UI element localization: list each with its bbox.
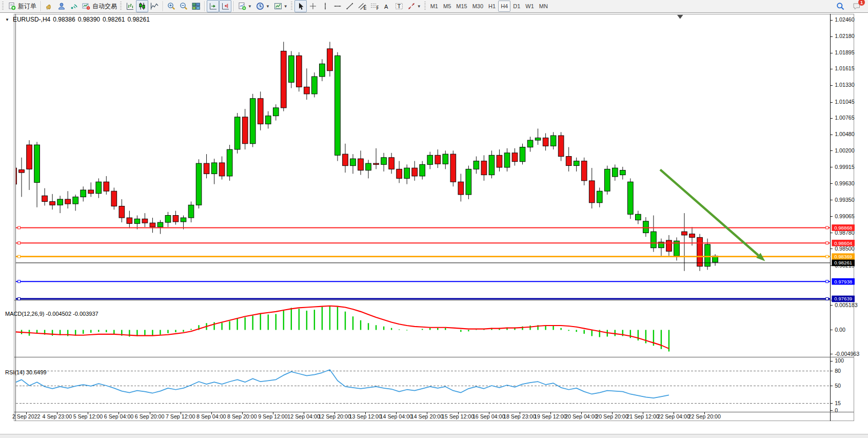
signals-button[interactable] [68, 0, 80, 12]
candle [258, 99, 263, 124]
new-order-label: 新订单 [18, 2, 36, 11]
auto-trading-button[interactable]: 自动交易 [80, 0, 119, 12]
profiles-menu-button[interactable]: ▼ [272, 0, 290, 12]
timeframe-mn-button[interactable]: MN [537, 1, 550, 12]
user-icon [57, 2, 66, 10]
candle [620, 170, 625, 175]
line-handle[interactable] [18, 226, 21, 229]
crosshair-icon [309, 2, 317, 10]
text-label-tool-button[interactable]: T [393, 0, 405, 12]
chart-canvas[interactable]: 1.024601.021801.018951.016151.013301.010… [0, 13, 868, 434]
tile-windows-button[interactable] [190, 0, 202, 12]
notifications-button[interactable]: 1 [851, 0, 863, 12]
svg-text:0.97938: 0.97938 [834, 279, 852, 284]
chevron-down-icon[interactable]: ▼ [266, 4, 270, 9]
candle [581, 161, 587, 181]
crosshair-tool-button[interactable] [307, 0, 319, 12]
line-handle[interactable] [18, 280, 21, 283]
user-terminal-button[interactable] [55, 0, 68, 12]
toolbar-grip[interactable] [291, 2, 292, 11]
candle [119, 206, 125, 218]
svg-text:18 Sep 23:00: 18 Sep 23:00 [503, 413, 536, 420]
symbol-period-label: EURUSD-,H4 [13, 16, 50, 23]
rsi-label: RSI(14) 30.6499 [5, 369, 47, 375]
zoom-in-icon [167, 2, 175, 10]
timeframe-d1-button[interactable]: D1 [510, 1, 523, 12]
candle [320, 64, 325, 77]
timeframe-h4-button[interactable]: H4 [498, 1, 510, 12]
timeframe-m30-button[interactable]: M30 [470, 1, 486, 12]
timeframe-m5-button[interactable]: M5 [441, 1, 453, 12]
candle [304, 87, 310, 94]
line-handle[interactable] [826, 280, 828, 283]
arrows-icon [407, 2, 416, 10]
autoscroll-icon [209, 2, 217, 10]
timeframe-w1-button[interactable]: W1 [523, 1, 537, 12]
text-icon: A [383, 2, 391, 10]
candle [497, 155, 502, 167]
svg-text:12 Sep 20:00: 12 Sep 20:00 [318, 413, 350, 420]
cursor-tool-button[interactable] [294, 0, 307, 12]
candle [604, 169, 610, 191]
candlestick-mode-button[interactable] [136, 0, 148, 12]
candle [397, 169, 402, 178]
chevron-down-icon[interactable]: ▼ [284, 4, 288, 9]
zoom-out-button[interactable] [177, 0, 190, 12]
text-tool-button[interactable]: A [381, 0, 393, 12]
periods-menu-button[interactable]: ▼ [254, 0, 272, 12]
chevron-down-icon[interactable]: ▼ [248, 4, 252, 9]
candle [474, 161, 479, 169]
new-chart-button[interactable]: ▼ [236, 0, 254, 12]
zoom-in-button[interactable] [165, 0, 177, 12]
toolbar-grip[interactable] [424, 2, 426, 11]
equidistant-channel-tool-button[interactable]: E [356, 0, 368, 12]
candle [242, 117, 248, 144]
arrows-tool-button[interactable]: ▼ [405, 0, 423, 12]
toolbar-grip[interactable] [2, 2, 4, 11]
candle [150, 223, 155, 227]
svg-text:1.01895: 1.01895 [835, 49, 855, 55]
candle [211, 163, 217, 174]
line-handle[interactable] [18, 242, 21, 244]
auto-scroll-button[interactable] [207, 0, 219, 12]
trendline-tool-button[interactable] [344, 0, 356, 12]
candle [335, 55, 341, 155]
horizontal-line-tool-button[interactable] [331, 0, 344, 12]
line-handle[interactable] [826, 226, 828, 229]
collapse-icon[interactable]: ▼ [5, 17, 9, 22]
svg-text:14 Sep 04:00: 14 Sep 04:00 [380, 413, 412, 420]
candle [234, 117, 240, 149]
time-scale[interactable]: 2 Sep 20224 Sep 23:005 Sep 12:006 Sep 04… [12, 412, 721, 420]
line-chart-mode-button[interactable] [148, 0, 161, 12]
svg-text:0.99350: 0.99350 [835, 197, 855, 203]
auto-trading-label: 自动交易 [92, 2, 117, 11]
line-handle[interactable] [826, 242, 828, 244]
line-handle[interactable] [826, 255, 828, 258]
line-handle[interactable] [18, 298, 21, 300]
timeframe-m15-button[interactable]: M15 [453, 1, 469, 12]
candle [34, 145, 40, 182]
svg-text:1.00765: 1.00765 [835, 115, 855, 121]
timeframe-m1-button[interactable]: M1 [428, 1, 441, 12]
svg-text:14 Sep 20:00: 14 Sep 20:00 [411, 413, 443, 420]
chevron-down-icon[interactable]: ▼ [417, 4, 421, 9]
candle [265, 116, 271, 124]
line-handle[interactable] [826, 298, 828, 300]
line-handle[interactable] [18, 255, 21, 258]
bar-chart-mode-button[interactable] [124, 0, 136, 12]
new-order-button[interactable]: 新订单 [6, 0, 38, 12]
fibonacci-tool-button[interactable]: F [368, 0, 381, 12]
vertical-line-tool-button[interactable] [319, 0, 331, 12]
new-order-icon [8, 2, 16, 10]
chart-area: 1.024601.021801.018951.016151.013301.010… [0, 13, 868, 434]
candle [689, 234, 695, 238]
search-button[interactable] [834, 0, 846, 12]
svg-text:E: E [363, 5, 366, 11]
candle [427, 155, 433, 164]
chart-shift-button[interactable] [219, 0, 231, 12]
alerts-horn-button[interactable] [43, 0, 55, 12]
candle [589, 181, 595, 203]
toolbar-grip[interactable] [120, 2, 122, 11]
timeframe-h1-button[interactable]: H1 [486, 1, 498, 12]
candle [366, 163, 371, 170]
